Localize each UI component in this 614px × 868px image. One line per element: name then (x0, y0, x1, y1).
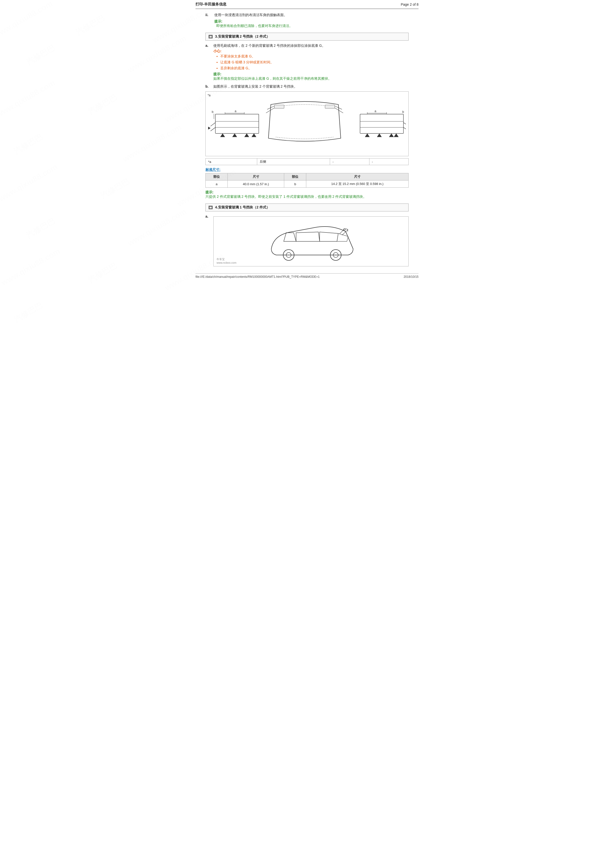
caution-block: 小心: 不要涂抹太多底漆 G。 让底漆 G 晾晒 3 分钟或更长时间。 丢弃剩余… (213, 49, 409, 71)
hint3-text: 只提供 2 件式背窗玻璃 2 号挡块。即使之前安装了 1 件式背窗玻璃挡块，也要… (205, 195, 409, 199)
std-table-data-row: a 40.0 mm (1.57 in.) b 14.2 至 15.2 mm (0… (206, 180, 409, 188)
shop-url: www.ncboo.com (216, 261, 236, 264)
hint1-label: 提示: (215, 19, 222, 23)
svg-marker-28 (377, 133, 382, 137)
std-th-4: 尺寸 (306, 173, 409, 180)
std-table-header-row: 部位 尺寸 部位 尺寸 (206, 173, 409, 180)
hint2-block: 提示: 如果不慎在指定部位以外涂上底漆 G，则在其干燥之前用干净的布将其擦掉。 (213, 72, 409, 81)
svg-line-16 (211, 127, 215, 131)
svg-text:a: a (375, 110, 376, 113)
substep-a2: a. 牛车宝 www.ncboo.com (205, 214, 409, 268)
substep-a-label: a. (205, 43, 213, 48)
std-th-3: 部位 (284, 173, 306, 180)
std-th-1: 部位 (206, 173, 228, 180)
caution-item-3: 丢弃剩余的底漆 G。 (220, 65, 409, 71)
svg-text:a: a (235, 110, 236, 113)
diagram-col3: - (330, 158, 369, 165)
caution-item-2: 让底漆 G 晾晒 3 分钟或更长时间。 (220, 59, 409, 65)
substep-a-text: 使用毛刷或海绵，在 2 个新的背窗玻璃 2 号挡块的涂抹部位涂抹底漆 G。 (213, 43, 325, 48)
section4-icon (208, 206, 213, 209)
std-td-size1: 40.0 mm (1.57 in.) (228, 180, 284, 188)
section3-title: 3.安装背窗玻璃 2 号挡块（2 件式） (215, 34, 270, 39)
diagram-box: *a b (205, 91, 409, 156)
svg-marker-6 (232, 133, 237, 137)
svg-rect-24 (360, 114, 403, 133)
substep-b-content: 如图所示，在背窗玻璃上安装 2 个背窗玻璃 2 号挡块。 (213, 84, 409, 89)
svg-rect-39 (209, 206, 212, 209)
step-ii-row: ii. 使用一块浸透清洁剂的布清洁车身的接触表面。 (205, 13, 409, 17)
std-label: 标准尺寸: (205, 167, 409, 172)
shop-label: 牛车宝 (216, 257, 236, 261)
std-td-part1: a (206, 180, 228, 188)
substep-a-content: 使用毛刷或海绵，在 2 个新的背窗玻璃 2 号挡块的涂抹部位涂抹底漆 G。 小心… (213, 43, 409, 82)
section4-title: 4.安装背窗玻璃 1 号挡块（2 件式） (215, 205, 270, 210)
hint1-text: 即便所有粘合剂都已清除，也要对车身进行清洁。 (216, 24, 409, 28)
diagram-col1: *a (206, 158, 257, 165)
svg-rect-19 (325, 105, 335, 108)
substep-a2-content: 牛车宝 www.ncboo.com (213, 214, 409, 268)
section3-icon (208, 35, 213, 39)
hint3-label: 提示: (205, 190, 214, 194)
caution-items: 不要涂抹太多底漆 G。 让底漆 G 晾晒 3 分钟或更长时间。 丢弃剩余的底漆 … (217, 53, 409, 71)
svg-marker-29 (389, 133, 394, 137)
hint2-label: 提示: (213, 72, 222, 76)
caution-label: 小心: (213, 49, 222, 53)
step-ii-label: ii. (205, 13, 215, 17)
diagram-star-label: *a (208, 94, 210, 97)
footer-date: 2018/10/15 (404, 275, 418, 279)
substep-a: a. 使用毛刷或海绵，在 2 个新的背窗玻璃 2 号挡块的涂抹部位涂抹底漆 G。… (205, 43, 409, 82)
std-th-2: 尺寸 (228, 173, 284, 180)
std-td-size2: 14.2 至 15.2 mm (0.560 至 0.598 in.) (306, 180, 409, 188)
diagram-svg: b a (208, 94, 406, 153)
shop-watermark: 牛车宝 www.ncboo.com (216, 257, 236, 264)
diagram-col2: 后侧 (257, 158, 330, 165)
svg-rect-18 (275, 105, 284, 108)
svg-marker-27 (365, 133, 370, 137)
substep-b-label: b. (205, 84, 213, 88)
svg-text:b: b (212, 110, 214, 114)
std-td-part2: b (284, 180, 306, 188)
hint2-text: 如果不慎在指定部位以外涂上底漆 G，则在其干燥之前用干净的布将其擦掉。 (213, 76, 409, 81)
section3-heading: 3.安装背窗玻璃 2 号挡块（2 件式） (205, 33, 409, 40)
step-ii-text: 使用一块浸透清洁剂的布清洁车身的接触表面。 (215, 13, 287, 17)
svg-rect-2 (215, 114, 259, 133)
svg-text:b: b (402, 110, 404, 114)
car-diagram-box: 牛车宝 www.ncboo.com (213, 216, 409, 267)
hint3-block: 提示: 只提供 2 件式背窗玻璃 2 号挡块。即使之前安装了 1 件式背窗玻璃挡… (205, 190, 409, 199)
substep-b: b. 如图所示，在背窗玻璃上安装 2 个背窗玻璃 2 号挡块。 (205, 84, 409, 89)
svg-marker-8 (252, 133, 256, 137)
page-number: Page 2 of 8 (401, 3, 418, 6)
diagram-svg-area: b a (208, 94, 406, 153)
svg-marker-17 (208, 127, 211, 130)
std-table: 部位 尺寸 部位 尺寸 a 40.0 mm (1.57 in.) b 14.2 … (205, 173, 409, 188)
caution-item-1: 不要涂抹太多底漆 G。 (220, 53, 409, 59)
hint1-block: 提示: 即便所有粘合剂都已清除，也要对车身进行清洁。 (215, 19, 409, 28)
main-content: ii. 使用一块浸透清洁剂的布清洁车身的接触表面。 提示: 即便所有粘合剂都已清… (196, 13, 418, 268)
svg-rect-0 (209, 36, 212, 38)
diagram-table-row: *a 后侧 - - (206, 158, 409, 165)
page-title: 打印-丰田服务信息 (196, 2, 227, 7)
svg-line-15 (211, 123, 215, 127)
std-dimensions: 标准尺寸: 部位 尺寸 部位 尺寸 a 40.0 mm (1.57 in.) b… (205, 167, 409, 188)
page-header: 打印-丰田服务信息 Page 2 of 8 (196, 0, 418, 9)
svg-marker-7 (244, 133, 249, 137)
svg-line-36 (403, 123, 406, 126)
substep-b-text: 如图所示，在背窗玻璃上安装 2 个背窗玻璃 2 号挡块。 (213, 84, 297, 88)
page-footer: file:///E:/data/ch/manual/repair/content… (196, 273, 418, 280)
diagram-col4: - (369, 158, 409, 165)
substep-a2-label: a. (205, 214, 213, 219)
svg-marker-5 (220, 133, 225, 137)
section4-heading: 4.安装背窗玻璃 1 号挡块（2 件式） (205, 203, 409, 211)
svg-marker-30 (394, 133, 398, 137)
car-svg (264, 219, 358, 264)
svg-line-45 (339, 230, 343, 234)
svg-line-37 (403, 127, 406, 131)
diagram-label-table: *a 后侧 - - (205, 158, 409, 165)
footer-file-path: file:///E:/data/ch/manual/repair/content… (196, 275, 320, 279)
